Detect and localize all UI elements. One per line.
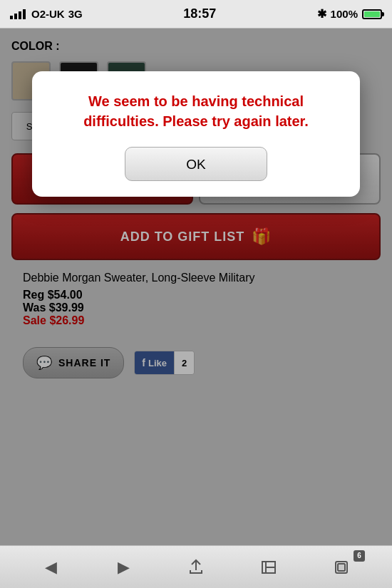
battery-icon [362, 9, 382, 19]
status-bar: O2-UK 3G 18:57 ✱ 100% [0, 0, 392, 29]
forward-button[interactable]: ▶ [105, 553, 141, 582]
time-label: 18:57 [183, 6, 216, 21]
bookmarks-button[interactable] [251, 553, 287, 582]
tabs-badge: 6 [354, 550, 365, 562]
modal-ok-button[interactable]: OK [125, 147, 267, 181]
modal-overlay: We seem to be having technical difficult… [0, 29, 392, 545]
status-left: O2-UK 3G [10, 8, 83, 20]
svg-rect-1 [338, 564, 345, 571]
signal-bars [10, 9, 26, 19]
share-nav-button[interactable] [178, 553, 214, 582]
modal-dialog: We seem to be having technical difficult… [32, 71, 360, 197]
bluetooth-icon: ✱ [317, 7, 326, 21]
network-label: 3G [68, 8, 83, 20]
tabs-button[interactable]: 6 [324, 553, 359, 582]
back-button[interactable]: ◀ [33, 553, 68, 582]
content-area: COLOR : S M L We seem to be having techn… [0, 29, 392, 545]
battery-percent: 100% [331, 8, 358, 20]
bottom-nav-bar: ◀ ▶ 6 [0, 545, 392, 588]
carrier-label: O2-UK [31, 8, 65, 20]
status-right: ✱ 100% [317, 7, 382, 21]
modal-message: We seem to be having technical difficult… [55, 91, 337, 131]
